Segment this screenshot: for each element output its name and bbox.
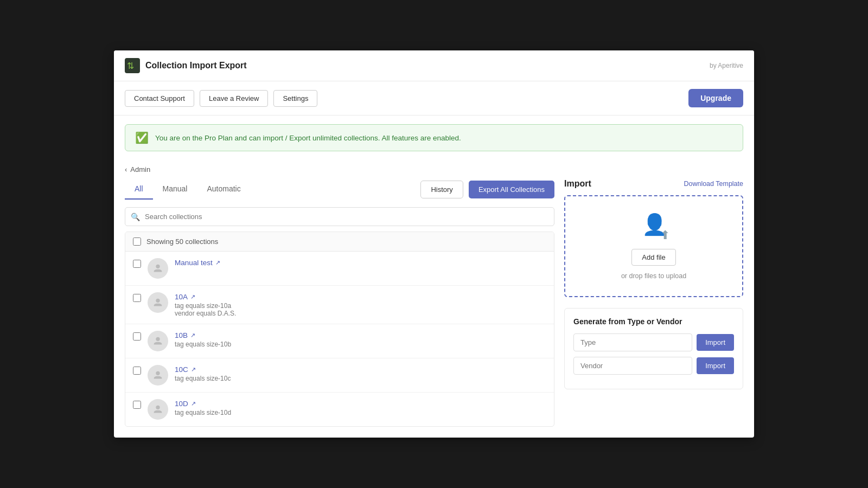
- item-name[interactable]: 10A ↗: [175, 293, 195, 301]
- item-name[interactable]: 10C ↗: [175, 365, 196, 374]
- collections-panel: All Manual Automatic History Export All …: [125, 179, 554, 427]
- svg-point-3: [156, 299, 159, 303]
- type-import-button[interactable]: Import: [697, 334, 734, 351]
- external-link-icon: ↗: [215, 259, 220, 266]
- external-link-icon: ↗: [191, 366, 196, 373]
- toolbar: Contact Support Leave a Review Settings …: [114, 81, 754, 115]
- vendor-row: Import: [573, 357, 734, 375]
- vendor-import-button[interactable]: Import: [697, 357, 734, 374]
- collections-list: Showing 50 collections Manual test ↗: [125, 232, 554, 427]
- type-input[interactable]: [573, 333, 692, 351]
- svg-point-4: [156, 337, 159, 341]
- app-title-group: ⇅ Collection Import Export: [125, 58, 247, 73]
- item-info: 10A ↗ tag equals size-10a vendor equals …: [175, 292, 546, 317]
- pro-plan-banner: ✅ You are on the Pro Plan and can import…: [125, 124, 743, 151]
- import-title: Import: [564, 179, 591, 189]
- tabs-bar: All Manual Automatic History Export All …: [125, 179, 554, 200]
- list-item: 10C ↗ tag equals size-10c: [125, 358, 554, 393]
- leave-review-button[interactable]: Leave a Review: [200, 90, 269, 107]
- item-info: 10C ↗ tag equals size-10c: [175, 365, 546, 382]
- external-link-icon: ↗: [190, 332, 195, 339]
- list-item: 10A ↗ tag equals size-10a vendor equals …: [125, 286, 554, 324]
- showing-label: Showing 50 collections: [146, 237, 218, 246]
- upload-area-icon: 👤 ⬆: [637, 213, 670, 242]
- generate-section: Generate from Type or Vendor Import Impo…: [564, 308, 743, 389]
- banner-message: You are on the Pro Plan and can import /…: [155, 134, 461, 142]
- add-file-button[interactable]: Add file: [631, 249, 675, 266]
- tab-manual[interactable]: Manual: [153, 179, 197, 200]
- item-info: 10D ↗ tag equals size-10d: [175, 399, 546, 416]
- svg-text:⇅: ⇅: [127, 61, 134, 70]
- external-link-icon: ↗: [190, 293, 195, 300]
- svg-point-2: [156, 265, 159, 268]
- svg-point-5: [156, 371, 159, 375]
- history-button[interactable]: History: [420, 181, 463, 198]
- check-circle-icon: ✅: [135, 131, 149, 144]
- search-icon: 🔍: [131, 213, 140, 221]
- type-row: Import: [573, 333, 734, 351]
- tab-all[interactable]: All: [125, 179, 153, 200]
- upload-arrow-icon: ⬆: [660, 228, 670, 242]
- list-item: Manual test ↗: [125, 252, 554, 286]
- search-bar: 🔍: [125, 207, 554, 226]
- list-header: Showing 50 collections: [125, 232, 554, 252]
- item-name[interactable]: 10B ↗: [175, 331, 195, 339]
- tab-automatic[interactable]: Automatic: [197, 179, 250, 200]
- contact-support-button[interactable]: Contact Support: [125, 90, 194, 107]
- import-header: Import Download Template: [564, 179, 743, 189]
- generate-title: Generate from Type or Vendor: [573, 317, 734, 326]
- export-all-button[interactable]: Export All Collections: [469, 181, 554, 198]
- admin-label: Admin: [130, 165, 150, 174]
- app-logo-icon: ⇅: [125, 58, 140, 73]
- item-checkbox[interactable]: [133, 367, 141, 375]
- admin-back-link[interactable]: ‹ Admin: [114, 160, 754, 179]
- item-meta: tag equals size-10c: [175, 375, 546, 382]
- main-content: All Manual Automatic History Export All …: [114, 179, 754, 438]
- item-meta: tag equals size-10d: [175, 409, 546, 416]
- item-meta: tag equals size-10b: [175, 341, 546, 348]
- file-drop-zone[interactable]: 👤 ⬆ Add file or drop files to upload: [564, 195, 743, 297]
- list-item: 10B ↗ tag equals size-10b: [125, 324, 554, 358]
- item-checkbox[interactable]: [133, 260, 141, 268]
- app-header: ⇅ Collection Import Export by Aperitive: [114, 50, 754, 81]
- import-panel: Import Download Template 👤 ⬆ Add file or…: [564, 179, 743, 427]
- list-item: 10D ↗ tag equals size-10d: [125, 393, 554, 426]
- tabs-right: History Export All Collections: [420, 181, 554, 198]
- chevron-left-icon: ‹: [125, 165, 127, 174]
- item-info: 10B ↗ tag equals size-10b: [175, 331, 546, 348]
- search-input[interactable]: [125, 207, 554, 226]
- select-all-checkbox[interactable]: [133, 237, 141, 246]
- download-template-link[interactable]: Download Template: [684, 180, 743, 188]
- tabs-left: All Manual Automatic: [125, 179, 251, 200]
- app-title: Collection Import Export: [145, 61, 247, 70]
- item-checkbox[interactable]: [133, 401, 141, 409]
- item-avatar: [148, 258, 168, 279]
- item-avatar: [148, 365, 168, 386]
- item-info: Manual test ↗: [175, 258, 546, 267]
- vendor-input[interactable]: [573, 357, 692, 375]
- settings-button[interactable]: Settings: [273, 90, 317, 107]
- external-link-icon: ↗: [191, 400, 196, 407]
- upgrade-button[interactable]: Upgrade: [688, 89, 743, 107]
- item-name[interactable]: 10D ↗: [175, 400, 196, 408]
- item-avatar: [148, 399, 168, 420]
- item-meta: tag equals size-10a vendor equals D.A.S.: [175, 302, 546, 317]
- item-name[interactable]: Manual test ↗: [175, 259, 220, 267]
- drop-text: or drop files to upload: [621, 272, 686, 280]
- item-checkbox[interactable]: [133, 332, 141, 341]
- item-avatar: [148, 331, 168, 351]
- item-avatar: [148, 292, 168, 313]
- item-checkbox[interactable]: [133, 294, 141, 302]
- svg-point-6: [156, 406, 159, 409]
- by-aperitive-label: by Aperitive: [710, 62, 743, 69]
